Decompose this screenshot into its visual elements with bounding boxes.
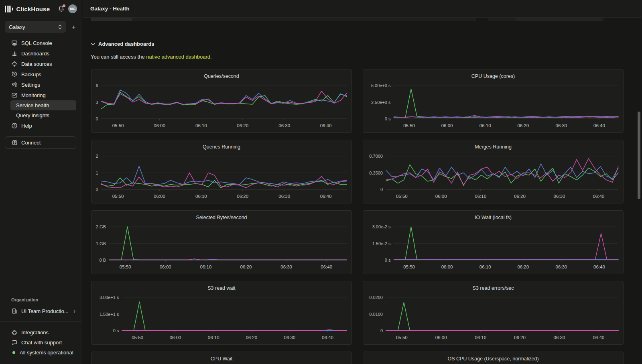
chart-plot[interactable]: 0 B1 GB2 GB05:5006:0006:1006:2006:3006:4… xyxy=(91,211,352,274)
sidebar-item-dashboards[interactable]: Dashboards xyxy=(0,48,82,59)
svg-text:06:10: 06:10 xyxy=(479,123,491,128)
svg-text:05:50: 05:50 xyxy=(112,123,124,128)
chart-card-queries-running: Queries Running 01205:5006:0006:1006:200… xyxy=(91,140,352,203)
sidebar-item-settings[interactable]: Settings xyxy=(0,79,82,90)
sidebar-item-query-insights[interactable]: Query insights xyxy=(0,110,82,120)
integrations-puzzle-icon xyxy=(11,329,18,336)
sidebar-header: ClickHouse MG xyxy=(0,0,82,18)
svg-text:06:40: 06:40 xyxy=(593,335,604,340)
chart-plot[interactable]: 0 s1.50e-2 s3.00e-2 s05:5006:0006:1006:2… xyxy=(363,211,624,274)
svg-text:0.3500: 0.3500 xyxy=(369,171,383,175)
sidebar-item-service-health[interactable]: Service health xyxy=(10,100,76,110)
sidebar-item-label: Settings xyxy=(21,82,40,88)
svg-text:0 B: 0 B xyxy=(99,258,106,262)
connect-button[interactable]: Connect xyxy=(5,136,76,149)
svg-text:06:40: 06:40 xyxy=(593,123,605,128)
svg-text:0 s: 0 s xyxy=(385,116,391,121)
clickhouse-logo-icon xyxy=(5,6,13,12)
add-service-button[interactable]: + xyxy=(70,23,77,31)
charts-grid: Queries/second 03605:5006:0006:1006:2006… xyxy=(91,69,624,364)
svg-text:06:20: 06:20 xyxy=(517,123,529,128)
svg-text:06:40: 06:40 xyxy=(322,335,333,340)
chart-plot[interactable]: 4.00e-2 s05:5006:0006:1006:2006:3006:40 xyxy=(91,352,352,364)
chart-plot[interactable]: 00.35000.700005:5006:0006:1006:2006:3006… xyxy=(363,140,624,203)
avatar[interactable]: MG xyxy=(68,4,77,13)
chart-plot[interactable]: 0 s1.50e+1 s3.00e+1 s05:5006:0006:1006:2… xyxy=(91,281,352,345)
svg-text:06:20: 06:20 xyxy=(237,194,248,199)
notice-text: You can still access the native advanced… xyxy=(91,54,212,60)
backups-icon xyxy=(11,71,18,77)
organization-icon xyxy=(11,308,18,314)
svg-text:06:00: 06:00 xyxy=(435,335,447,340)
organization-switcher[interactable]: UI Team Productio... › xyxy=(0,307,82,315)
sidebar-item-label: Data sources xyxy=(21,61,52,67)
svg-text:0.0100: 0.0100 xyxy=(369,312,383,317)
svg-text:06:30: 06:30 xyxy=(554,335,565,340)
svg-text:05:50: 05:50 xyxy=(396,194,408,199)
svg-text:06:40: 06:40 xyxy=(593,264,605,269)
svg-text:05:50: 05:50 xyxy=(403,264,415,269)
chart-card-s3-read-errors: S3 read errors/sec 00.01000.020005:5006:… xyxy=(363,281,624,345)
native-dashboard-link[interactable]: native advanced dashboard. xyxy=(146,54,211,60)
svg-text:06:00: 06:00 xyxy=(441,123,453,128)
svg-text:06:00: 06:00 xyxy=(154,194,165,199)
sidebar-item-backups[interactable]: Backups xyxy=(0,69,82,79)
sidebar-item-label: SQL Console xyxy=(21,40,52,46)
svg-text:06:10: 06:10 xyxy=(479,264,491,269)
svg-text:06:40: 06:40 xyxy=(321,264,332,269)
svg-text:1 GB: 1 GB xyxy=(96,241,106,246)
sidebar-item-monitoring[interactable]: Monitoring xyxy=(0,90,82,100)
svg-text:3: 3 xyxy=(95,100,98,105)
main-area: Galaxy - Health Advanced dashboards You … xyxy=(83,0,642,364)
chat-bubble-icon xyxy=(11,340,18,346)
svg-text:0.0200: 0.0200 xyxy=(369,295,383,300)
svg-text:06:30: 06:30 xyxy=(284,335,295,340)
svg-text:05:50: 05:50 xyxy=(403,123,415,128)
page-title: Galaxy - Health xyxy=(90,6,130,12)
notification-dot xyxy=(63,4,65,7)
svg-text:2 GB: 2 GB xyxy=(96,224,106,229)
service-selector[interactable]: Galaxy xyxy=(5,21,66,33)
chart-card-os-cpu-usage: OS CPU Usage (Userspace, normalized) 0.0… xyxy=(363,352,624,364)
scrolled-element-remnant xyxy=(91,18,132,21)
system-status[interactable]: All systems operational xyxy=(0,348,82,358)
notifications-button[interactable] xyxy=(58,5,65,12)
sidebar-item-integrations[interactable]: Integrations xyxy=(0,327,82,338)
chevron-up-down-icon xyxy=(58,24,62,30)
svg-text:06:20: 06:20 xyxy=(237,123,248,128)
svg-text:06:10: 06:10 xyxy=(475,194,486,199)
svg-text:0: 0 xyxy=(95,116,98,121)
sidebar-item-sql-console[interactable]: SQL Console xyxy=(0,38,82,48)
data-sources-icon xyxy=(11,61,18,67)
dashboards-icon xyxy=(11,50,18,57)
status-label: All systems operational xyxy=(20,350,73,356)
status-ok-dot-icon xyxy=(12,351,15,354)
chart-plot[interactable]: 03605:5006:0006:1006:2006:3006:40 xyxy=(91,69,352,133)
organization-heading: Organization xyxy=(0,297,82,302)
chart-plot[interactable]: 0 s2.50e+0 s5.00e+0 s05:5006:0006:1006:2… xyxy=(363,69,624,133)
chart-plot[interactable]: 01205:5006:0006:1006:2006:3006:40 xyxy=(91,140,352,203)
main-header: Galaxy - Health xyxy=(83,0,642,18)
help-icon xyxy=(11,122,18,129)
svg-text:06:30: 06:30 xyxy=(280,264,292,269)
svg-text:06:10: 06:10 xyxy=(200,264,212,269)
sidebar-divider xyxy=(0,321,82,322)
sidebar-item-label: Backups xyxy=(21,71,41,77)
svg-text:3.00e+1 s: 3.00e+1 s xyxy=(100,295,119,300)
sidebar-item-label: Service health xyxy=(16,102,49,108)
sidebar-item-data-sources[interactable]: Data sources xyxy=(0,59,82,69)
chart-card-merges-running: Merges Running 00.35000.700005:5006:0006… xyxy=(363,140,624,203)
svg-text:06:00: 06:00 xyxy=(435,194,447,199)
sidebar-item-help[interactable]: Help xyxy=(0,120,82,131)
chart-plot[interactable]: 0.040005:5006:0006:1006:2006:3006:40 xyxy=(363,352,624,364)
organization-name: UI Team Productio... xyxy=(21,308,69,314)
advanced-dashboards-toggle[interactable]: Advanced dashboards xyxy=(91,41,154,47)
svg-text:0: 0 xyxy=(380,328,383,333)
vertical-scrollbar[interactable] xyxy=(638,112,640,199)
sidebar-nav: SQL Console Dashboards Data sources Back… xyxy=(0,38,82,131)
svg-text:0 s: 0 s xyxy=(385,258,391,262)
sidebar-item-chat-support[interactable]: Chat with support xyxy=(0,338,82,348)
chart-plot[interactable]: 00.01000.020005:5006:0006:1006:2006:3006… xyxy=(363,281,624,345)
svg-text:06:10: 06:10 xyxy=(208,335,219,340)
chart-card-cpu-usage: CPU Usage (cores) 0 s2.50e+0 s5.00e+0 s0… xyxy=(363,69,624,133)
